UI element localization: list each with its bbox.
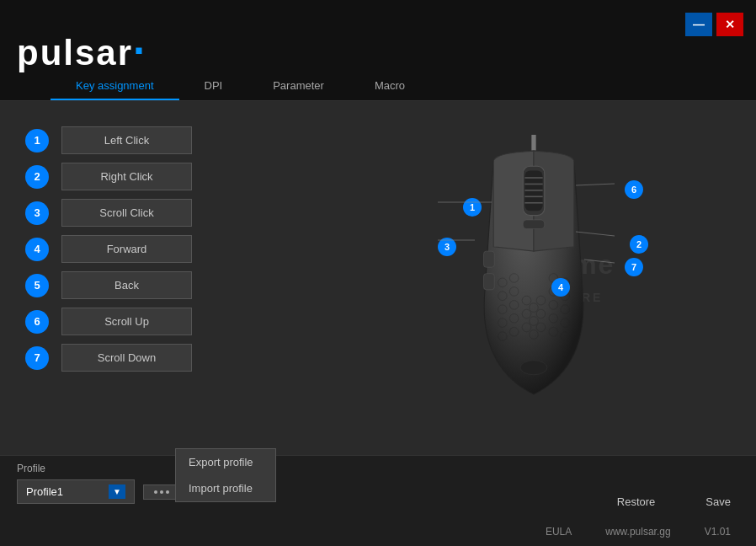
logo-area: pulsar·	[17, 29, 146, 72]
key-item-5: 5 Back	[25, 271, 286, 299]
tab-macro[interactable]: Macro	[349, 72, 430, 100]
logo: pulsar·	[17, 29, 146, 72]
window-controls: — ✕	[685, 13, 743, 36]
import-profile-item[interactable]: Import profile	[176, 475, 275, 501]
key-number-6: 6	[25, 310, 49, 334]
restore-button[interactable]: Restore	[617, 495, 656, 507]
bottom-right-actions: Restore Save	[617, 495, 731, 507]
mouse-svg	[407, 135, 660, 421]
key-item-7: 7 Scroll Down	[25, 344, 286, 372]
tab-dpi[interactable]: DPI	[179, 72, 248, 100]
minimize-button[interactable]: —	[685, 13, 712, 36]
tab-key-assignment[interactable]: Key assignment	[51, 72, 179, 100]
dot-2	[160, 490, 163, 494]
export-profile-item[interactable]: Export profile	[176, 449, 275, 475]
dropdown-arrow-icon[interactable]: ▼	[109, 484, 125, 499]
dot-3	[166, 490, 169, 494]
eula-link[interactable]: EULA	[546, 526, 572, 538]
key-button-7[interactable]: Scroll Down	[61, 344, 192, 372]
bottom-panel: Profile Profile1 ▼ Export profile Import…	[0, 455, 756, 546]
dropdown-menu: Export profile Import profile	[175, 448, 276, 502]
key-number-7: 7	[25, 346, 49, 370]
key-item-1: 1 Left Click	[25, 126, 286, 154]
save-button[interactable]: Save	[705, 495, 731, 507]
website-link[interactable]: www.pulsar.gg	[605, 526, 670, 538]
key-button-3[interactable]: Scroll Click	[61, 199, 192, 227]
nav-tabs: Key assignment DPI Parameter Macro	[51, 72, 430, 100]
mouse-badge-2: 2	[630, 235, 648, 254]
main-content: 1 Left Click 2 Right Click 3 Scroll Clic…	[0, 101, 756, 455]
version-label: V1.01	[705, 526, 731, 538]
key-number-3: 3	[25, 201, 49, 225]
key-item-4: 4 Forward	[25, 235, 286, 263]
logo-accent: ·	[133, 27, 146, 74]
key-button-6[interactable]: Scroll Up	[61, 308, 192, 335]
key-button-1[interactable]: Left Click	[61, 126, 192, 154]
key-item-2: 2 Right Click	[25, 163, 286, 190]
tab-parameter[interactable]: Parameter	[248, 72, 349, 100]
svg-rect-39	[484, 274, 495, 290]
svg-rect-8	[523, 220, 545, 229]
key-item-6: 6 Scroll Up	[25, 308, 286, 335]
svg-point-40	[520, 361, 547, 375]
mouse-area: Xtreme HARDWARE	[311, 101, 756, 455]
key-item-3: 3 Scroll Click	[25, 199, 286, 227]
key-number-4: 4	[25, 238, 49, 261]
profile-select[interactable]: Profile1 ▼	[17, 479, 135, 504]
mouse-badge-1: 1	[463, 198, 482, 217]
key-number-5: 5	[25, 274, 49, 297]
key-button-2[interactable]: Right Click	[61, 163, 192, 190]
header: pulsar· Key assignment DPI Parameter Mac…	[0, 0, 756, 101]
key-assignment-panel: 1 Left Click 2 Right Click 3 Scroll Clic…	[0, 101, 311, 455]
footer-info: EULA www.pulsar.gg V1.01	[546, 526, 731, 538]
key-button-5[interactable]: Back	[61, 271, 192, 299]
close-button[interactable]: ✕	[716, 13, 743, 36]
profile-label: Profile	[17, 463, 739, 474]
dot-1	[154, 490, 157, 494]
profile-current-value: Profile1	[26, 485, 63, 498]
key-button-4[interactable]: Forward	[61, 235, 192, 263]
mouse-image: 1 2 3 4 6 7	[407, 135, 660, 421]
svg-rect-38	[484, 251, 495, 267]
key-number-2: 2	[25, 165, 49, 189]
mouse-badge-4: 4	[551, 278, 570, 297]
key-number-1: 1	[25, 129, 49, 153]
